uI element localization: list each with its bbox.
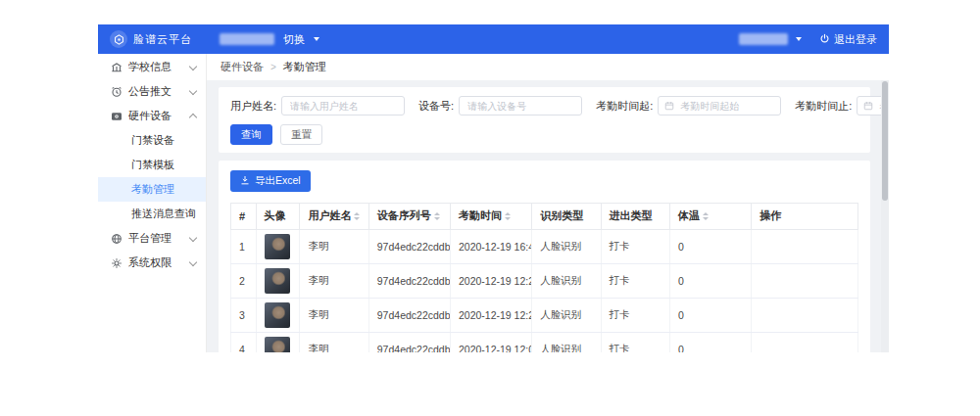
device-icon: [110, 110, 122, 122]
column-label: 识别类型: [540, 209, 583, 221]
cell-name: 李明: [300, 229, 368, 263]
breadcrumb-separator: >: [270, 62, 276, 72]
sidebar-item-door-device[interactable]: 门禁设备: [98, 128, 206, 153]
breadcrumb-current: 考勤管理: [283, 60, 326, 74]
sidebar-item-push-message-query[interactable]: 推送消息查询: [98, 202, 206, 226]
breadcrumb: 硬件设备 > 考勤管理: [207, 54, 889, 80]
cell-avatar: [256, 298, 300, 332]
cell-serial: 97d4edc22cddb53a: [368, 229, 450, 263]
form-field-attend-time-end: 考勤时间止:: [795, 96, 889, 116]
sidebar-item-hardware-device[interactable]: 硬件设备: [98, 104, 206, 128]
form-field-user-name: 用户姓名:: [230, 96, 405, 116]
cell-actions: [752, 298, 858, 332]
platform-icon: [110, 232, 122, 245]
column-label: 设备序列号: [377, 209, 431, 221]
avatar: [265, 337, 290, 352]
sidebar-item-school-info[interactable]: 学校信息: [98, 55, 206, 79]
column-header-time[interactable]: 考勤时间: [450, 203, 531, 229]
redacted-user-name: [739, 33, 788, 45]
table-panel: 导出Excel #头像用户姓名设备序列号考勤时间识别类型进出类型体温操作 1李明…: [219, 161, 870, 352]
cell-temperature: 0: [669, 263, 751, 298]
sort-icon[interactable]: [505, 212, 511, 220]
export-excel-button[interactable]: 导出Excel: [230, 170, 311, 192]
calendar-icon: [664, 101, 674, 111]
switch-label[interactable]: 切换: [283, 32, 305, 47]
sidebar-item-announcement[interactable]: 公告推文: [98, 79, 206, 104]
calendar-icon: [863, 101, 873, 111]
column-label: 操作: [760, 209, 781, 221]
chevron-down-icon[interactable]: [796, 37, 802, 41]
cell-index: 1: [231, 229, 257, 263]
chevron-down-icon: [189, 257, 197, 265]
download-icon: [240, 175, 250, 187]
field-input-box: [658, 96, 781, 116]
column-label: 考勤时间: [459, 209, 502, 221]
announcement-icon: [110, 85, 122, 98]
column-header-index: #: [231, 203, 257, 229]
sidebar-item-label: 平台管理: [128, 231, 172, 246]
cell-avatar: [256, 229, 300, 263]
sidebar-item-door-template[interactable]: 门禁模板: [98, 153, 206, 177]
cell-temperature: 0: [669, 229, 751, 263]
permission-icon: [110, 256, 122, 269]
sidebar-item-label: 系统权限: [128, 255, 172, 270]
app-title: 脸谱云平台: [133, 32, 192, 47]
org-switcher[interactable]: 切换: [220, 32, 319, 47]
cell-time: 2020-12-19 16:43:56: [450, 229, 531, 263]
device-no-input[interactable]: [466, 100, 575, 113]
main-area: 硬件设备 > 考勤管理 用户姓名:设备号:考勤时间起:考勤时间止: 查询 重置: [207, 54, 889, 352]
column-header-avatar: 头像: [256, 203, 300, 229]
column-header-name[interactable]: 用户姓名: [300, 203, 368, 229]
form-field-device-no: 设备号:: [418, 96, 582, 116]
table-row: 4李明97d4edc22cddb53a2020-12-19 12:04:19人脸…: [231, 332, 858, 352]
logout-button[interactable]: 退出登录: [819, 32, 877, 47]
sort-icon[interactable]: [703, 212, 709, 220]
top-right-actions: 退出登录: [739, 32, 877, 47]
cell-time: 2020-12-19 12:04:19: [450, 332, 531, 352]
column-label: 体温: [678, 209, 700, 221]
form-buttons: 查询 重置: [230, 124, 858, 145]
search-panel: 用户姓名:设备号:考勤时间起:考勤时间止: 查询 重置: [219, 87, 870, 153]
redacted-org-name: [220, 33, 274, 45]
sort-icon[interactable]: [354, 212, 360, 220]
cell-serial: 97d4edc22cddb53a: [368, 298, 450, 332]
sidebar-item-attendance[interactable]: 考勤管理: [98, 177, 206, 202]
cell-recognition: 人脸识别: [532, 229, 601, 263]
reset-button[interactable]: 重置: [280, 124, 322, 145]
scrollbar-track[interactable]: [881, 80, 889, 352]
field-input-box: [281, 96, 405, 116]
table-row: 3李明97d4edc22cddb53a2020-12-19 12:21:06人脸…: [231, 298, 858, 332]
app-window: 脸谱云平台 切换 退出登录 学校信息公告推文硬件设备门禁设备门禁模板: [98, 24, 889, 352]
attend-time-start-input[interactable]: [678, 100, 774, 113]
user-name-input[interactable]: [288, 100, 398, 113]
top-bar: 脸谱云平台 切换 退出登录: [98, 24, 889, 54]
table-row: 1李明97d4edc22cddb53a2020-12-19 16:43:56人脸…: [231, 229, 858, 263]
attendance-table: #头像用户姓名设备序列号考勤时间识别类型进出类型体温操作 1李明97d4edc2…: [230, 203, 858, 352]
sidebar: 学校信息公告推文硬件设备门禁设备门禁模板考勤管理推送消息查询平台管理系统权限: [98, 54, 207, 352]
column-header-serial[interactable]: 设备序列号: [368, 203, 450, 229]
query-button[interactable]: 查询: [230, 124, 272, 145]
column-header-temperature[interactable]: 体温: [669, 203, 751, 229]
cell-actions: [752, 229, 858, 263]
field-label: 用户姓名:: [230, 99, 276, 114]
cell-time: 2020-12-19 12:21:11: [450, 263, 531, 298]
field-label: 设备号:: [418, 99, 454, 114]
cell-avatar: [256, 263, 300, 298]
sidebar-item-system-permission[interactable]: 系统权限: [98, 251, 206, 275]
column-header-inout: 进出类型: [601, 203, 669, 229]
content: 用户姓名:设备号:考勤时间起:考勤时间止: 查询 重置 导出Excel: [207, 80, 889, 352]
field-label: 考勤时间止:: [795, 99, 852, 114]
breadcrumb-parent[interactable]: 硬件设备: [220, 60, 264, 74]
cell-inout: 打卡: [601, 263, 669, 298]
sidebar-item-platform-manage[interactable]: 平台管理: [98, 226, 206, 251]
chevron-down-icon: [189, 86, 197, 94]
avatar: [265, 268, 290, 294]
cell-index: 3: [231, 298, 257, 332]
chevron-down-icon: [189, 62, 197, 69]
column-label: 进出类型: [610, 209, 653, 221]
scrollbar-thumb[interactable]: [882, 81, 888, 201]
cell-index: 4: [231, 332, 257, 352]
cell-name: 李明: [300, 263, 368, 298]
sort-icon[interactable]: [434, 212, 440, 220]
school-icon: [110, 61, 122, 73]
